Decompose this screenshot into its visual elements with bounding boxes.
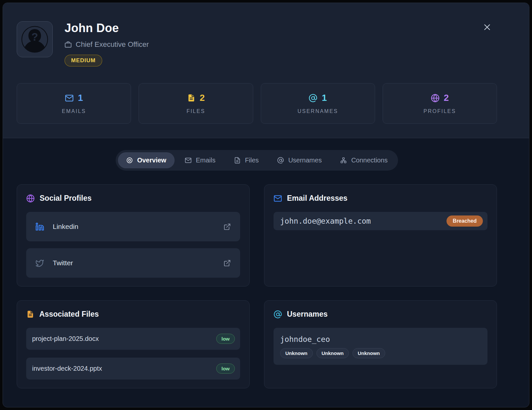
tab-emails-label: Emails: [196, 157, 216, 164]
risk-badge: MEDIUM: [65, 55, 102, 66]
tab-bar: Overview Emails Files: [116, 150, 398, 171]
associated-files-title: Associated Files: [39, 310, 99, 319]
stats-row: 1 EMAILS 2 FILES: [17, 83, 497, 124]
globe-icon: [431, 94, 440, 102]
associated-files-card: Associated Files project-plan-2025.docx …: [17, 300, 250, 388]
external-link-icon[interactable]: [223, 259, 231, 267]
tab-connections-label: Connections: [351, 157, 388, 164]
file-row: project-plan-2025.docx low: [26, 328, 240, 350]
svg-text:?: ?: [31, 31, 38, 43]
at-sign-icon: [277, 157, 284, 164]
envelope-icon: [65, 94, 74, 102]
tab-overview[interactable]: Overview: [118, 152, 175, 168]
tab-files[interactable]: Files: [226, 152, 267, 168]
platform-status-badge: Unknown: [316, 348, 349, 358]
modal-header: ? John Doe Chief Executive Officer MEDIU…: [3, 3, 529, 138]
at-sign-icon: [309, 94, 317, 102]
stat-card-usernames: 1 USERNAMES: [261, 83, 375, 124]
close-button[interactable]: [482, 22, 492, 32]
social-profiles-card: Social Profiles Linkedin T: [17, 184, 250, 287]
usernames-title: Usernames: [287, 310, 328, 319]
tab-files-label: Files: [245, 157, 259, 164]
external-link-icon[interactable]: [223, 223, 231, 231]
stat-card-emails: 1 EMAILS: [17, 83, 131, 124]
org-chart-icon: [340, 157, 347, 164]
globe-icon: [26, 194, 35, 203]
stat-label-usernames: USERNAMES: [297, 108, 338, 114]
stat-card-profiles: 2 PROFILES: [383, 83, 497, 124]
file-icon: [234, 157, 241, 164]
profile-modal: ? John Doe Chief Executive Officer MEDIU…: [3, 3, 529, 407]
platform-status-badge: Unknown: [352, 348, 385, 358]
stat-value-files: 2: [200, 93, 205, 103]
stat-label-emails: EMAILS: [62, 108, 86, 114]
usernames-card: Usernames johndoe_ceo Unknown Unknown Un…: [264, 300, 497, 388]
username-row: johndoe_ceo Unknown Unknown Unknown: [274, 328, 487, 365]
stat-card-files: 2 FILES: [139, 83, 253, 124]
username-value: johndoe_ceo: [280, 335, 481, 344]
file-name: project-plan-2025.docx: [32, 335, 99, 343]
file-name: investor-deck-2024.pptx: [32, 365, 102, 372]
linkedin-icon: [35, 222, 44, 231]
tab-usernames[interactable]: Usernames: [269, 152, 330, 168]
close-icon: [483, 23, 491, 31]
social-profile-row-linkedin[interactable]: Linkedin: [26, 212, 240, 241]
person-name: John Doe: [65, 21, 149, 35]
twitter-icon: [35, 259, 44, 268]
briefcase-icon: [65, 41, 72, 48]
file-icon: [187, 94, 196, 102]
risk-level-badge: low: [216, 334, 235, 344]
stat-value-emails: 1: [78, 93, 83, 103]
social-profile-name: Linkedin: [53, 223, 78, 231]
stat-label-files: FILES: [186, 108, 205, 114]
file-icon: [26, 310, 34, 318]
stat-value-usernames: 1: [322, 93, 327, 103]
email-row: john.doe@example.com Breached: [274, 212, 487, 230]
tab-usernames-label: Usernames: [288, 157, 322, 164]
social-profiles-title: Social Profiles: [40, 194, 92, 203]
email-address: john.doe@example.com: [280, 217, 371, 225]
social-profile-name: Twitter: [53, 259, 73, 267]
modal-body: Overview Emails Files: [3, 138, 529, 388]
tab-connections[interactable]: Connections: [332, 152, 396, 168]
envelope-icon: [185, 157, 192, 164]
email-addresses-title: Email Addresses: [287, 194, 348, 203]
at-sign-icon: [274, 310, 282, 319]
envelope-icon: [274, 194, 282, 203]
job-title: Chief Executive Officer: [76, 40, 149, 49]
platform-status-badge: Unknown: [280, 348, 313, 358]
email-addresses-card: Email Addresses john.doe@example.com Bre…: [264, 184, 497, 287]
avatar: ?: [17, 21, 53, 57]
tab-emails[interactable]: Emails: [177, 152, 224, 168]
stat-label-profiles: PROFILES: [424, 108, 456, 114]
tab-overview-label: Overview: [137, 157, 166, 164]
breached-badge: Breached: [446, 215, 483, 227]
social-profile-row-twitter[interactable]: Twitter: [26, 248, 240, 278]
unknown-person-icon: ?: [20, 25, 49, 54]
file-row: investor-deck-2024.pptx low: [26, 358, 240, 380]
stat-value-profiles: 2: [444, 93, 449, 103]
risk-level-badge: low: [216, 363, 235, 374]
eye-icon: [126, 157, 133, 164]
